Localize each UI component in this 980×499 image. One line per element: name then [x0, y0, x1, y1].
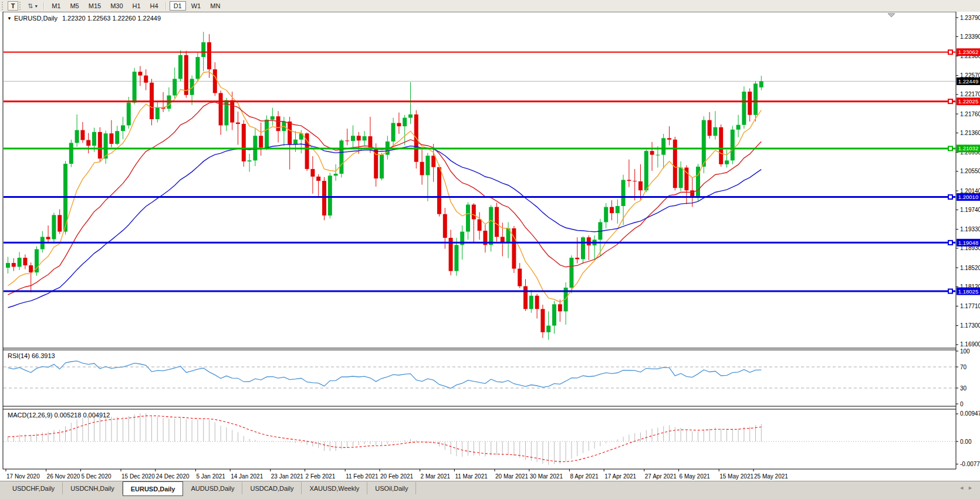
date-tick-label: 25 May 2021: [754, 473, 788, 480]
trading-terminal-window: 1.237901.233901.229801.225701.221701.217…: [0, 0, 980, 499]
tab-audusd-daily[interactable]: AUDUSD,Daily: [183, 482, 242, 494]
price-axis[interactable]: 1.237901.233901.229801.225701.221701.217…: [956, 15, 980, 348]
macd-axis: 0.0094780.00-0.007778: [956, 410, 980, 467]
tab-usdchf-daily[interactable]: USDCHF,Daily: [5, 482, 63, 494]
toolbar-grip[interactable]: [2, 2, 5, 10]
macd-histogram: [8, 413, 762, 465]
symbol-tabbar: USDCHF,Daily USDCNH,Daily EURUSD,Daily A…: [0, 481, 980, 499]
date-tick-label: 24 Dec 2020: [156, 473, 190, 480]
price-tick-label: 1.17710: [960, 303, 980, 309]
date-tick-label: 20 Feb 2021: [380, 473, 414, 480]
price-tick-label: 1.20140: [960, 188, 980, 194]
rsi-line: [8, 361, 762, 389]
tab-xauusd-weekly[interactable]: XAUUSD,Weekly: [302, 482, 367, 494]
line-price-chip: 1.21032: [958, 145, 978, 151]
macd-panel[interactable]: [4, 413, 956, 465]
date-tick-label: 11 Feb 2021: [346, 473, 379, 480]
toolbar: T ⇅ ▼ M1 M5 M15 M30 H1 H4 D1 W1 MN: [0, 0, 980, 12]
tab-usoil-daily[interactable]: USOil,Daily: [367, 482, 416, 494]
price-tick-label: 1.21760: [960, 111, 980, 117]
date-tick-label: 6 May 2021: [680, 473, 711, 480]
timeframe-m15-button[interactable]: M15: [85, 1, 105, 11]
date-tick-label: 15 Dec 2020: [121, 473, 155, 480]
price-tick-label: 1.21360: [960, 130, 980, 136]
price-tick-label: 1.19740: [960, 207, 980, 213]
date-tick-label: 2 Mar 2021: [421, 473, 451, 480]
toolbar-separator: [165, 2, 167, 10]
sort-arrows-icon[interactable]: ⇅ ▼: [25, 1, 40, 11]
date-tick-label: 8 Apr 2021: [570, 473, 599, 480]
line-handle[interactable]: [948, 241, 952, 245]
line-price-chip: 1.18025: [958, 288, 978, 295]
line-handle[interactable]: [948, 289, 952, 294]
timeframe-m1-button[interactable]: M1: [48, 1, 65, 11]
date-tick-label: 5 Jan 2021: [196, 473, 225, 480]
rsi-tick-label: 0: [960, 401, 964, 407]
rsi-panel[interactable]: [4, 361, 956, 389]
timeframe-h4-button[interactable]: H4: [146, 1, 163, 11]
tab-usdcad-daily[interactable]: USDCAD,Daily: [242, 482, 302, 494]
toolbar-grip[interactable]: [19, 2, 23, 10]
line-price-chip: 1.22025: [958, 98, 978, 104]
chart-canvas: 1.237901.233901.229801.225701.221701.217…: [0, 0, 980, 499]
price-tick-label: 1.17300: [960, 322, 980, 329]
timeframe-m30-button[interactable]: M30: [106, 1, 127, 11]
date-tick-label: 26 Nov 2020: [47, 473, 80, 480]
date-tick-label: 5 Dec 2020: [81, 473, 111, 480]
date-tick-label: 27 Apr 2021: [645, 473, 677, 480]
line-handle[interactable]: [948, 50, 952, 54]
price-tick-label: 1.20550: [960, 168, 980, 174]
timeframe-mn-button[interactable]: MN: [206, 1, 224, 11]
chevron-down-icon: ▼: [34, 4, 38, 8]
line-handle[interactable]: [948, 99, 952, 103]
date-axis[interactable]: 17 Nov 202026 Nov 20205 Dec 202015 Dec 2…: [6, 469, 788, 480]
date-tick-label: 17 Apr 2021: [604, 473, 636, 480]
price-tick-label: 1.19330: [960, 226, 980, 232]
text-tool-button[interactable]: T: [8, 1, 18, 11]
date-tick-label: 30 Mar 2021: [530, 473, 563, 480]
date-tick-label: 14 Jan 2021: [231, 473, 263, 480]
macd-signal-line: [8, 416, 762, 461]
date-tick-label: 15 May 2021: [719, 473, 753, 480]
moving-average-8: [8, 72, 762, 302]
toolbar-separator: [43, 2, 45, 10]
rsi-tick-label: 70: [960, 364, 967, 370]
price-tick-label: 1.16900: [960, 341, 980, 348]
rsi-axis: 10070300: [956, 348, 970, 407]
rsi-tick-label: 30: [960, 385, 967, 392]
current-price-chip: 1.22449: [958, 78, 978, 85]
price-tick-label: 1.18520: [960, 265, 980, 271]
line-handle[interactable]: [948, 195, 952, 199]
price-tick-label: 1.23390: [960, 33, 980, 40]
candles-layer: [6, 32, 763, 340]
price-tick-label: 1.22170: [960, 91, 980, 97]
tab-usdcnh-daily[interactable]: USDCNH,Daily: [63, 482, 123, 494]
date-tick-label: 11 Mar 2021: [455, 473, 488, 480]
price-tick-label: 1.23790: [960, 15, 980, 21]
timeframe-m5-button[interactable]: M5: [66, 1, 83, 11]
rsi-tick-label: 100: [960, 348, 970, 355]
macd-tick-label: 0.009478: [960, 410, 980, 417]
timeframe-h1-button[interactable]: H1: [129, 1, 145, 11]
tab-eurusd-daily[interactable]: EURUSD,Daily: [123, 481, 184, 496]
line-price-chip: 1.20010: [958, 194, 978, 200]
timeframe-w1-button[interactable]: W1: [187, 1, 205, 11]
line-price-chip: 1.19048: [958, 240, 978, 246]
date-tick-label: 2 Feb 2021: [306, 473, 336, 480]
date-tick-label: 20 Mar 2021: [495, 473, 529, 480]
date-tick-label: 23 Jan 2021: [271, 473, 303, 480]
tab-scroll-arrows[interactable]: ◄►: [959, 485, 976, 491]
timeframe-d1-button[interactable]: D1: [170, 1, 186, 11]
line-price-chip: 1.23062: [958, 49, 978, 55]
date-tick-label: 17 Nov 2020: [6, 473, 40, 480]
line-handle[interactable]: [948, 146, 952, 150]
sort-arrows-glyph: ⇅: [28, 3, 33, 9]
main-price-panel[interactable]: [4, 32, 956, 340]
macd-tick-label: 0.00: [960, 439, 972, 445]
macd-tick-label: -0.007778: [960, 461, 980, 467]
